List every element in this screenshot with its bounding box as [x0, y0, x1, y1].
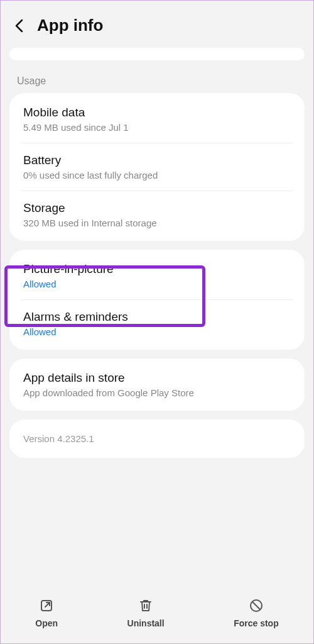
stop-icon: [249, 598, 264, 613]
mobile-data-sub: 5.49 MB used since Jul 1: [23, 122, 291, 133]
page-title: App info: [37, 16, 103, 35]
storage-title: Storage: [23, 201, 291, 215]
force-stop-button[interactable]: Force stop: [234, 598, 279, 628]
trash-icon: [138, 598, 153, 613]
content-area: Usage Mobile data 5.49 MB used since Jul…: [1, 48, 313, 587]
mobile-data-title: Mobile data: [23, 106, 291, 119]
open-icon: [39, 598, 54, 613]
usage-card: Mobile data 5.49 MB used since Jul 1 Bat…: [9, 93, 305, 241]
battery-sub: 0% used since last fully charged: [23, 170, 291, 180]
battery-title: Battery: [23, 153, 291, 167]
settings-card: Picture-in-picture Allowed Alarms & remi…: [9, 250, 305, 350]
bottom-action-bar: Open Uninstall Force stop: [1, 587, 313, 643]
storage-row[interactable]: Storage 320 MB used in Internal storage: [9, 191, 305, 238]
store-title: App details in store: [23, 371, 291, 385]
app-header: App info: [1, 1, 313, 48]
version-text: Version 4.2325.1: [23, 433, 291, 444]
force-stop-label: Force stop: [234, 618, 279, 628]
alarms-title: Alarms & reminders: [23, 310, 291, 324]
store-row[interactable]: App details in store App downloaded from…: [9, 361, 305, 408]
usage-section-label: Usage: [9, 67, 305, 93]
store-card: App details in store App downloaded from…: [9, 358, 305, 411]
pip-status: Allowed: [23, 279, 291, 289]
storage-sub: 320 MB used in Internal storage: [23, 218, 291, 228]
uninstall-label: Uninstall: [127, 618, 165, 628]
open-button[interactable]: Open: [35, 598, 58, 628]
open-label: Open: [35, 618, 58, 628]
back-icon[interactable]: [13, 19, 26, 33]
alarms-row[interactable]: Alarms & reminders Allowed: [9, 300, 305, 347]
previous-card-peek: [9, 48, 305, 60]
pip-title: Picture-in-picture: [23, 262, 291, 276]
alarms-status: Allowed: [23, 326, 291, 337]
store-sub: App downloaded from Google Play Store: [23, 387, 291, 398]
battery-row[interactable]: Battery 0% used since last fully charged: [9, 143, 305, 191]
mobile-data-row[interactable]: Mobile data 5.49 MB used since Jul 1: [9, 96, 305, 143]
uninstall-button[interactable]: Uninstall: [127, 598, 165, 628]
version-card: Version 4.2325.1: [9, 419, 305, 458]
pip-row[interactable]: Picture-in-picture Allowed: [9, 252, 305, 299]
